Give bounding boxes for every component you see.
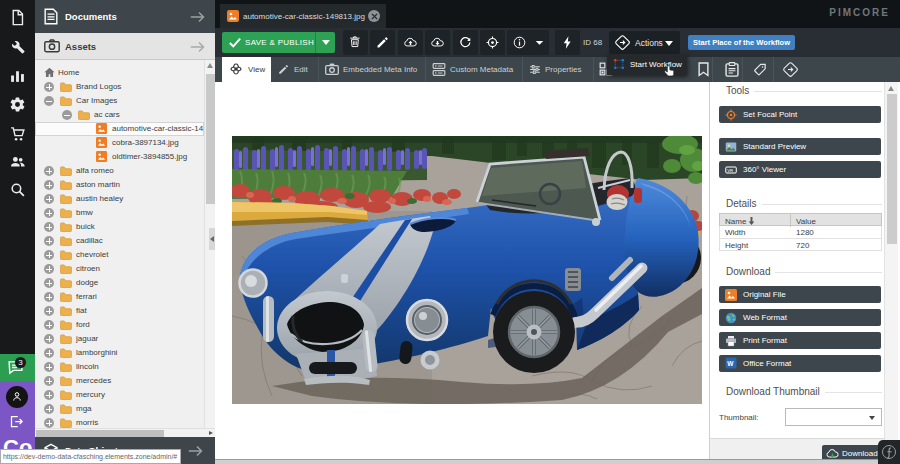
- svg-text:VR: VR: [727, 167, 733, 172]
- svg-text:W: W: [727, 360, 734, 367]
